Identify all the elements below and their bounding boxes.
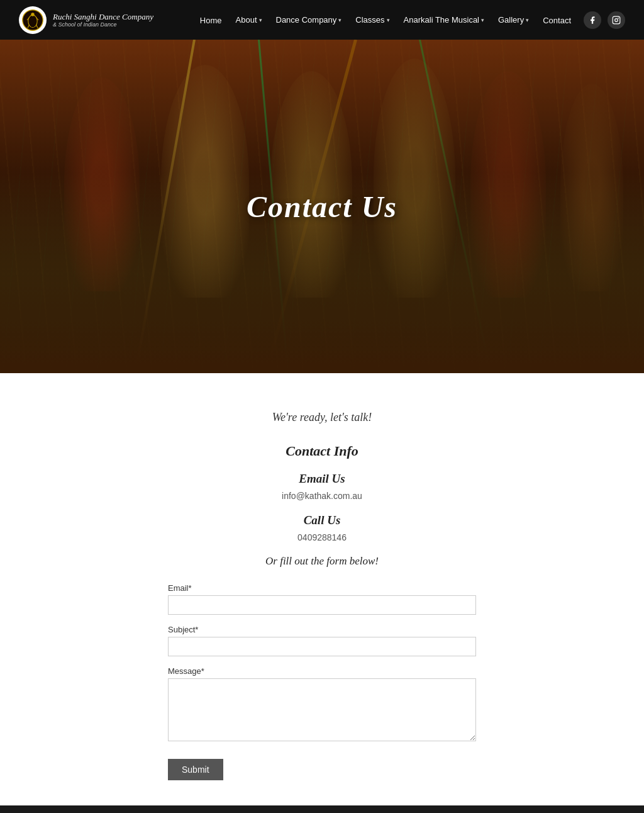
nav-link-gallery[interactable]: Gallery (498, 15, 524, 25)
brand-subtitle: & School of Indian Dance (53, 21, 153, 28)
hero-title: Contact Us (247, 189, 397, 224)
chevron-down-icon-4: ▾ (481, 17, 484, 23)
nav-item-about[interactable]: About ▾ (236, 15, 262, 25)
nav-link-home[interactable]: Home (200, 16, 222, 25)
phone-number[interactable]: 0409288146 (13, 532, 631, 542)
email-us-title: Email Us (13, 472, 631, 486)
nav-item-gallery[interactable]: Gallery ▾ (498, 15, 529, 25)
brand-text: Ruchi Sanghi Dance Company & School of I… (53, 12, 153, 28)
facebook-icon[interactable] (584, 11, 601, 29)
contact-form: Email* Subject* Message* Submit (168, 583, 476, 780)
call-us-title: Call Us (13, 513, 631, 527)
submit-button[interactable]: Submit (168, 759, 223, 780)
nav-menu: Home About ▾ Dance Company ▾ Classes ▾ A… (200, 14, 571, 26)
subject-input[interactable] (168, 637, 476, 656)
instagram-icon[interactable] (608, 11, 625, 29)
nav-link-anarkali[interactable]: Anarkali The Musical (404, 15, 479, 25)
email-address[interactable]: info@kathak.com.au (13, 491, 631, 501)
svg-point-2 (31, 13, 34, 16)
nav-item-anarkali[interactable]: Anarkali The Musical ▾ (404, 15, 484, 25)
nav-link-about[interactable]: About (236, 15, 257, 25)
message-field-group: Message* (168, 666, 476, 744)
footer: Contact Us Phone: 8850-7616 (0, 805, 644, 813)
brand-name: Ruchi Sanghi Dance Company (53, 12, 153, 22)
nav-link-dance-company[interactable]: Dance Company (276, 15, 337, 25)
nav-item-contact[interactable]: Contact (543, 14, 571, 26)
email-input[interactable] (168, 595, 476, 615)
main-content: We're ready, let's talk! Contact Info Em… (0, 373, 644, 805)
nav-item-home[interactable]: Home (200, 14, 222, 26)
email-label: Email* (168, 583, 476, 593)
contact-info-title: Contact Info (13, 443, 631, 459)
navbar: Ruchi Sanghi Dance Company & School of I… (0, 0, 644, 40)
email-field-group: Email* (168, 583, 476, 615)
chevron-down-icon-2: ▾ (338, 17, 341, 23)
svg-point-9 (618, 18, 619, 18)
nav-social-icons (584, 11, 625, 29)
subject-label: Subject* (168, 625, 476, 634)
tagline: We're ready, let's talk! (13, 411, 631, 424)
nav-link-classes[interactable]: Classes (355, 15, 384, 25)
chevron-down-icon: ▾ (259, 17, 262, 23)
brand-logo (19, 6, 47, 34)
nav-item-dance-company[interactable]: Dance Company ▾ (276, 15, 342, 25)
form-prompt: Or fill out the form below! (13, 555, 631, 568)
nav-item-classes[interactable]: Classes ▾ (355, 15, 389, 25)
message-label: Message* (168, 666, 476, 676)
nav-link-contact[interactable]: Contact (543, 16, 571, 25)
hero-section: Contact Us (0, 40, 644, 373)
chevron-down-icon-5: ▾ (526, 17, 529, 23)
subject-field-group: Subject* (168, 625, 476, 656)
message-textarea[interactable] (168, 678, 476, 741)
brand[interactable]: Ruchi Sanghi Dance Company & School of I… (19, 6, 153, 34)
svg-rect-7 (613, 16, 620, 24)
footer-main: Contact Us Phone: 8850-7616 (0, 805, 644, 813)
svg-point-8 (615, 18, 618, 21)
chevron-down-icon-3: ▾ (387, 17, 390, 23)
